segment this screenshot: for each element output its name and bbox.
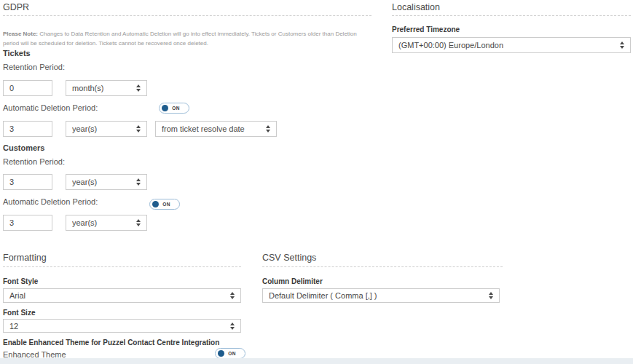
customers-auto-deletion-toggle-state: ON xyxy=(162,202,173,207)
gdpr-note-text: Changes to Data Retention and Automatic … xyxy=(3,31,357,47)
csv-section-divider xyxy=(262,266,503,267)
customers-heading: Customers xyxy=(3,143,44,152)
preferred-timezone-select[interactable]: (GMT+00:00) Europe/London xyxy=(392,37,631,53)
select-arrows-icon xyxy=(230,323,235,330)
tickets-auto-deletion-unit-select[interactable]: year(s) xyxy=(66,121,147,137)
tickets-retention-unit-select[interactable]: month(s) xyxy=(66,80,147,96)
tickets-auto-deletion-toggle-state: ON xyxy=(172,106,182,111)
font-style-select[interactable]: Arial xyxy=(3,288,241,303)
customers-auto-deletion-unit-select[interactable]: year(s) xyxy=(66,215,147,231)
tickets-auto-deletion-value-input[interactable] xyxy=(3,121,52,137)
select-arrows-icon xyxy=(230,292,235,299)
tickets-retention-value-input[interactable] xyxy=(3,80,52,96)
customers-auto-deletion-value-input[interactable] xyxy=(3,215,52,231)
customers-retention-value-input[interactable] xyxy=(3,174,52,190)
font-size-select[interactable]: 12 xyxy=(3,319,241,333)
bottom-panel-edge xyxy=(0,358,633,364)
select-arrows-icon xyxy=(266,125,270,132)
customers-retention-unit-select[interactable]: year(s) xyxy=(66,174,147,190)
gdpr-section-title: GDPR xyxy=(3,2,29,12)
preferred-timezone-value: (GMT+00:00) Europe/London xyxy=(398,41,503,50)
enhanced-theme-toggle[interactable]: ON xyxy=(215,348,245,359)
tickets-auto-deletion-toggle[interactable]: ON xyxy=(159,103,189,114)
customers-retention-label: Retention Period: xyxy=(3,157,65,166)
tickets-heading: Tickets xyxy=(3,49,31,58)
select-arrows-icon xyxy=(489,292,493,299)
select-arrows-icon xyxy=(136,125,141,132)
customers-auto-deletion-toggle[interactable]: ON xyxy=(149,199,180,210)
font-size-value: 12 xyxy=(9,322,18,331)
localisation-section-title: Localisation xyxy=(392,2,440,12)
column-delimiter-value: Default Delimiter ( Comma [,] ) xyxy=(269,291,377,300)
tickets-auto-deletion-from-value: from ticket resolve date xyxy=(162,124,245,133)
csv-section-title: CSV Settings xyxy=(262,253,316,263)
localisation-section-divider xyxy=(392,15,631,16)
settings-page: GDPR Please Note: Changes to Data Retent… xyxy=(0,0,633,364)
formatting-section-divider xyxy=(3,266,241,267)
customers-auto-deletion-unit-value: year(s) xyxy=(72,218,97,227)
customers-auto-deletion-label: Automatic Deletion Period: xyxy=(3,197,98,206)
toggle-knob-icon xyxy=(152,201,159,207)
customers-retention-unit-value: year(s) xyxy=(72,178,97,186)
select-arrows-icon xyxy=(620,41,624,49)
preferred-timezone-label: Preferred Timezone xyxy=(392,25,460,33)
gdpr-section-divider xyxy=(3,15,371,16)
tickets-auto-deletion-unit-value: year(s) xyxy=(72,124,97,133)
enhanced-theme-toggle-state: ON xyxy=(228,351,238,356)
tickets-retention-unit-value: month(s) xyxy=(72,84,103,92)
select-arrows-icon xyxy=(136,219,141,226)
font-style-label: Font Style xyxy=(3,277,38,285)
select-arrows-icon xyxy=(136,84,141,92)
tickets-auto-deletion-from-select[interactable]: from ticket resolve date xyxy=(155,121,277,137)
select-arrows-icon xyxy=(136,178,141,186)
column-delimiter-label: Column Delimiter xyxy=(262,277,323,285)
font-size-label: Font Size xyxy=(3,309,35,317)
gdpr-note: Please Note: Changes to Data Retention a… xyxy=(3,30,372,49)
toggle-knob-icon xyxy=(218,350,224,357)
gdpr-note-emphasis: Please Note: xyxy=(3,31,38,37)
column-delimiter-select[interactable]: Default Delimiter ( Comma [,] ) xyxy=(262,288,500,303)
tickets-auto-deletion-label: Automatic Deletion Period: xyxy=(3,103,98,112)
formatting-section-title: Formatting xyxy=(3,253,47,263)
toggle-knob-icon xyxy=(162,105,168,111)
font-style-value: Arial xyxy=(9,291,25,300)
enhanced-theme-section-label: Enable Enhanced Theme for Puzzel Contact… xyxy=(3,339,219,347)
tickets-retention-label: Retention Period: xyxy=(3,63,65,71)
